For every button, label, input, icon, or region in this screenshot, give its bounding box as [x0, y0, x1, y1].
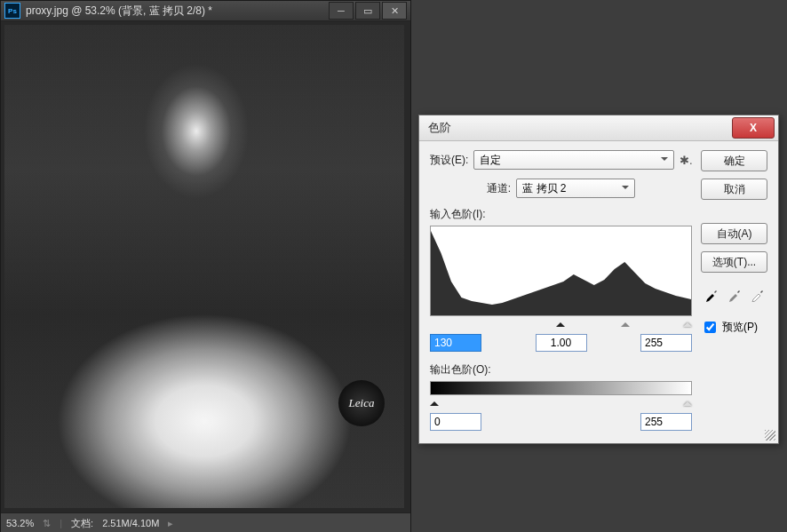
- status-bar: 53.2% ⇅ | 文档: 2.51M/4.10M ▸: [1, 512, 410, 532]
- eyedropper-black-icon[interactable]: [704, 285, 721, 303]
- preset-menu-icon[interactable]: ✱.: [680, 154, 692, 166]
- auto-button[interactable]: 自动(A): [701, 223, 767, 244]
- input-gamma-field[interactable]: [536, 334, 587, 352]
- resize-grip[interactable]: [765, 430, 775, 441]
- output-black-handle[interactable]: [430, 397, 439, 406]
- eyedropper-white-icon[interactable]: [750, 285, 767, 303]
- eyedropper-gray-icon[interactable]: [727, 285, 744, 303]
- zoom-level[interactable]: 53.2%: [6, 518, 34, 528]
- maximize-button[interactable]: ▭: [355, 2, 380, 20]
- minimize-button[interactable]: ─: [329, 2, 354, 20]
- levels-dialog: 色阶 X 预设(E): 自定 ✱. 通道: 蓝 拷贝 2 输入色阶(I):: [418, 115, 779, 444]
- dialog-close-button[interactable]: X: [732, 117, 775, 139]
- preview-checkbox[interactable]: 预览(P): [701, 319, 767, 336]
- preset-select[interactable]: 自定: [473, 150, 674, 170]
- photoshop-icon: Ps: [4, 3, 20, 19]
- fileinfo-arrow-icon[interactable]: ▸: [168, 518, 173, 529]
- options-button[interactable]: 选项(T)...: [701, 251, 767, 273]
- dialog-titlebar[interactable]: 色阶 X: [419, 115, 778, 141]
- fileinfo-label: 文档:: [71, 517, 93, 530]
- preview-checkbox-input[interactable]: [704, 322, 716, 333]
- output-white-handle[interactable]: [683, 397, 692, 406]
- white-point-handle[interactable]: [683, 318, 692, 327]
- document-title: proxy.jpg @ 53.2% (背景, 蓝 拷贝 2/8) *: [26, 4, 327, 19]
- close-button[interactable]: ✕: [382, 2, 407, 20]
- gamma-handle[interactable]: [621, 318, 630, 327]
- output-white-field[interactable]: [640, 413, 692, 431]
- output-slider[interactable]: [430, 397, 692, 408]
- preset-label: 预设(E):: [430, 153, 468, 168]
- output-black-field[interactable]: [430, 413, 481, 431]
- document-titlebar: Ps proxy.jpg @ 53.2% (背景, 蓝 拷贝 2/8) * ─ …: [1, 1, 410, 21]
- channel-select[interactable]: 蓝 拷贝 2: [516, 179, 635, 198]
- document-window: Ps proxy.jpg @ 53.2% (背景, 蓝 拷贝 2/8) * ─ …: [0, 0, 411, 532]
- eyedropper-group: [701, 285, 767, 303]
- channel-row: 通道: 蓝 拷贝 2: [430, 179, 692, 198]
- input-levels-label: 输入色阶(I):: [430, 207, 692, 222]
- canvas-image[interactable]: Leica: [4, 25, 404, 508]
- canvas-area: Leica: [1, 21, 410, 515]
- histogram-chart: [431, 226, 691, 315]
- window-controls: ─ ▭ ✕: [327, 2, 407, 20]
- output-levels-label: 输出色阶(O):: [430, 362, 692, 377]
- dialog-title: 色阶: [428, 120, 732, 136]
- cancel-button[interactable]: 取消: [701, 179, 767, 200]
- ok-button[interactable]: 确定: [701, 150, 767, 171]
- zoom-arrows-icon[interactable]: ⇅: [43, 518, 51, 529]
- channel-label: 通道:: [487, 181, 511, 196]
- histogram: [430, 226, 692, 316]
- preset-row: 预设(E): 自定 ✱.: [430, 150, 692, 170]
- fileinfo-value: 2.51M/4.10M: [102, 518, 159, 528]
- leica-badge: Leica: [338, 380, 385, 426]
- input-white-field[interactable]: [640, 334, 692, 352]
- black-point-handle[interactable]: [556, 318, 565, 327]
- output-gradient: [430, 381, 692, 395]
- input-slider[interactable]: [430, 318, 692, 329]
- input-black-field[interactable]: [430, 334, 481, 352]
